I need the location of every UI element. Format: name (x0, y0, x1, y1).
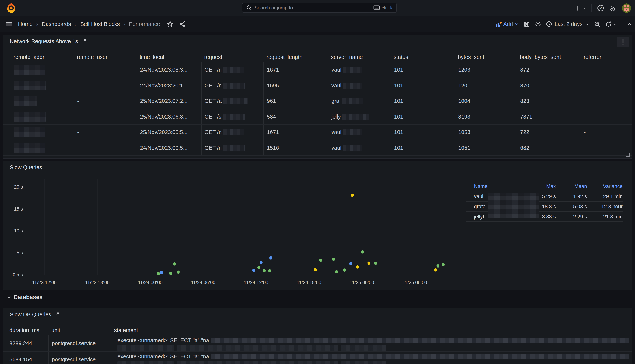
cell-bytes-sent: 8193 (455, 109, 517, 124)
network-requests-table: remote_addrremote_usertime_localrequestr… (4, 52, 632, 156)
dashboard-settings-button[interactable] (535, 21, 541, 27)
scatter-point-jellyf[interactable] (160, 271, 163, 274)
scatter-point-vaul[interactable] (258, 266, 260, 269)
column-header-status[interactable]: status (391, 52, 455, 62)
legend-header-variance[interactable]: Variance (587, 183, 622, 189)
chevron-down-icon (7, 295, 11, 300)
column-header-duration[interactable]: duration_ms (4, 325, 48, 335)
cell-bytes-sent: 1004 (455, 94, 517, 109)
column-header-remote_addr[interactable]: remote_addr (4, 52, 74, 62)
new-button[interactable] (574, 5, 586, 11)
slow-queries-scatter-chart[interactable]: 0 ms5 s10 s15 s20 s11/23 12:0011/23 18:0… (4, 161, 454, 287)
add-button[interactable]: Add (496, 21, 519, 27)
scatter-point-jellyf[interactable] (349, 262, 352, 265)
cell-request-length: 1516 (264, 140, 328, 155)
column-header-server_name[interactable]: server_name (328, 52, 391, 62)
panel-menu-button[interactable] (616, 37, 629, 47)
breadcrumb-dashboards[interactable]: Dashboards (42, 21, 71, 27)
cell-bytes-sent: 1201 (455, 78, 517, 93)
scatter-point-jellyf[interactable] (270, 256, 272, 260)
scatter-point-vaul[interactable] (263, 269, 266, 272)
scatter-point-vaul[interactable] (319, 258, 322, 262)
scatter-point-vaul[interactable] (335, 270, 338, 274)
scatter-point-grafa[interactable] (368, 261, 370, 265)
panel-slow-queries: Slow Queries 0 ms5 s10 s15 s20 s11/23 12… (3, 160, 632, 290)
cell-request: GET /n (201, 78, 264, 93)
cell-unit: postgresql.service (48, 336, 111, 351)
breadcrumb-separator: › (124, 21, 125, 27)
zoom-out-time-button[interactable] (594, 21, 600, 27)
user-avatar[interactable] (622, 3, 631, 12)
favorite-star-icon[interactable] (167, 21, 173, 27)
panel-title[interactable]: Slow DB Queries (10, 312, 51, 318)
table-row: -24/Nov/2023:20:1...GET /n1695vaul101120… (4, 78, 632, 94)
scatter-point-vaul[interactable] (157, 272, 160, 275)
topbar-actions: ? (574, 0, 631, 16)
column-header-remote_user[interactable]: remote_user (74, 52, 136, 62)
panel-title[interactable]: Network Requests Above 1s (10, 38, 78, 44)
cell-bytes-sent: 1053 (455, 124, 517, 140)
section-databases[interactable]: Databases (7, 294, 42, 300)
cell-request: GET /s (201, 109, 264, 124)
scatter-point-vaul[interactable] (343, 268, 346, 272)
panel-resize-handle[interactable] (626, 153, 630, 157)
scatter-point-jellyf[interactable] (260, 261, 262, 264)
news-rss-icon[interactable] (610, 4, 616, 12)
x-axis-label: 11/23 18:00 (85, 280, 110, 285)
breadcrumb-folder[interactable]: Self Host Blocks (80, 21, 120, 27)
legend-variance: 21.8 min (587, 214, 622, 219)
redacted-block (343, 82, 362, 88)
share-icon[interactable] (179, 21, 186, 27)
scatter-point-grafa[interactable] (434, 268, 437, 272)
redacted-block (177, 361, 338, 364)
breadcrumb-home[interactable]: Home (18, 21, 32, 27)
cell-body-bytes-sent: 7371 (517, 109, 580, 124)
scatter-point-vaul[interactable] (268, 269, 271, 272)
redacted-block (223, 129, 244, 135)
refresh-button[interactable] (605, 21, 617, 27)
scatter-point-vaul[interactable] (173, 262, 176, 266)
external-link-icon[interactable] (81, 39, 86, 44)
scatter-point-vaul[interactable] (332, 258, 335, 261)
menu-toggle-icon[interactable] (5, 20, 13, 28)
column-header-referrer[interactable]: referrer (580, 52, 632, 62)
keyboard-icon (374, 5, 380, 10)
scatter-point-vaul[interactable] (436, 264, 439, 268)
save-dashboard-button[interactable] (524, 21, 530, 27)
redacted-block (14, 96, 37, 106)
cell-referrer: - (580, 62, 632, 78)
scatter-point-grafa[interactable] (356, 265, 359, 269)
column-header-unit[interactable]: unit (48, 325, 111, 335)
cell-remote-addr (4, 78, 74, 93)
scatter-point-vaul[interactable] (374, 262, 377, 265)
redacted-block (223, 67, 244, 73)
column-header-body_bytes_sent[interactable]: body_bytes_sent (517, 52, 580, 62)
y-axis-label: 15 s (14, 206, 23, 212)
collapse-toolbar-icon[interactable] (627, 22, 632, 26)
x-axis-label: 11/24 18:00 (297, 280, 321, 285)
grafana-logo-icon[interactable] (5, 2, 17, 14)
column-header-request_length[interactable]: request_length (264, 52, 328, 62)
column-header-time_local[interactable]: time_local (136, 52, 201, 62)
help-icon[interactable]: ? (597, 4, 604, 12)
column-header-bytes_sent[interactable]: bytes_sent (455, 52, 517, 62)
scatter-point-jellyf[interactable] (252, 269, 255, 272)
legend-variance: 12.3 hour (587, 204, 622, 209)
scatter-point-grafa[interactable] (314, 268, 317, 272)
legend-header-name[interactable]: Name (474, 183, 530, 189)
column-header-request[interactable]: request (201, 52, 264, 62)
scatter-point-vaul[interactable] (442, 263, 445, 266)
search-shortcut: ctrl+k (374, 5, 392, 10)
cell-request-length: 1695 (264, 78, 328, 93)
scatter-point-vaul[interactable] (177, 270, 180, 274)
scatter-point-vaul[interactable] (362, 250, 364, 254)
time-range-picker[interactable]: Last 2 days (546, 21, 589, 27)
legend-header-max[interactable]: Max (530, 183, 556, 189)
search-input[interactable]: Search or jump to... ctrl+k (242, 3, 397, 13)
legend-header-mean[interactable]: Mean (556, 183, 587, 189)
column-header-statement[interactable]: statement (111, 325, 632, 335)
cell-body-bytes-sent: 722 (517, 124, 580, 140)
scatter-point-grafa[interactable] (351, 194, 354, 197)
external-link-icon[interactable] (54, 312, 60, 317)
scatter-point-vaul[interactable] (169, 272, 172, 275)
